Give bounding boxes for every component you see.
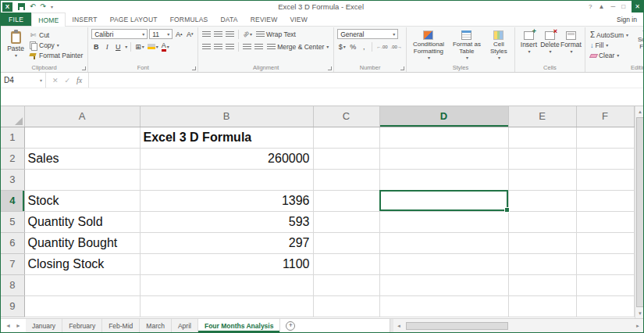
underline-button[interactable]: U (113, 41, 123, 52)
format-painter-button[interactable]: Format Painter (27, 51, 84, 60)
cell-B8[interactable] (140, 274, 313, 295)
sheet-tab-four-months-analysis[interactable]: Four Months Analysis (198, 319, 280, 332)
cell-E5[interactable] (508, 211, 576, 232)
sort-filter-button[interactable]: Sort & Filter ▾ (632, 29, 643, 56)
cell-D9[interactable] (379, 295, 508, 317)
font-dialog-launcher[interactable] (192, 66, 196, 70)
cell-B1[interactable]: Excel 3 D Formula (140, 127, 313, 148)
tab-insert[interactable]: INSERT (66, 13, 103, 26)
cell-F3[interactable] (576, 169, 634, 190)
new-sheet-button[interactable]: + (286, 321, 295, 331)
redo-icon[interactable]: ↷ (41, 3, 47, 10)
ribbon-options-button[interactable]: ▲ (599, 4, 605, 10)
cell-F2[interactable] (576, 148, 634, 169)
cell-E6[interactable] (508, 232, 576, 253)
cell-B3[interactable] (140, 169, 313, 190)
increase-decimal-button[interactable]: ←.00 (375, 41, 388, 52)
cell-styles-button[interactable]: Cell Styles ▾ (486, 29, 511, 60)
paste-button[interactable]: Paste ▾ (4, 29, 27, 58)
cell-A3[interactable] (24, 169, 140, 190)
sheet-tab-feb-mid[interactable]: Feb-Mid (102, 319, 140, 332)
fill-color-button[interactable]: ▾ (147, 41, 159, 52)
row-header-9[interactable]: 9 (1, 295, 24, 317)
vertical-scrollbar[interactable]: ▲ ▼ (635, 106, 644, 318)
tab-page-layout[interactable]: PAGE LAYOUT (104, 13, 164, 26)
cell-A9[interactable] (24, 295, 140, 317)
scroll-right-icon[interactable]: ► (632, 324, 643, 328)
cell-F8[interactable] (576, 274, 634, 295)
cell-D1[interactable] (379, 127, 508, 148)
format-cells-button[interactable]: Format ▾ (560, 29, 582, 54)
decrease-decimal-button[interactable]: .00→ (390, 41, 403, 52)
sheet-tab-april[interactable]: April (172, 319, 198, 332)
cell-E3[interactable] (508, 169, 576, 190)
accounting-format-button[interactable]: $▾ (337, 41, 347, 52)
clear-button[interactable]: Clear ▾ (589, 51, 630, 60)
cell-F7[interactable] (576, 253, 634, 274)
percent-style-button[interactable]: % (348, 41, 358, 52)
cell-D4[interactable] (379, 190, 508, 211)
align-right-button[interactable] (225, 41, 235, 52)
comma-style-button[interactable]: , (359, 41, 368, 52)
cell-D6[interactable] (379, 232, 508, 253)
enter-icon[interactable]: ✓ (65, 77, 71, 84)
tab-data[interactable]: DATA (214, 13, 244, 26)
cell-D2[interactable] (379, 148, 508, 169)
cell-B6[interactable]: 297 (140, 232, 313, 253)
wrap-text-button[interactable]: Wrap Text (254, 30, 297, 39)
decrease-font-size-button[interactable]: A▾ (185, 29, 194, 39)
undo-icon[interactable]: ↶ (30, 3, 36, 10)
next-sheet-icon[interactable]: ► (16, 323, 21, 328)
row-header-3[interactable]: 3 (1, 169, 24, 190)
orientation-button[interactable]: ab▾ (242, 29, 253, 39)
cell-A6[interactable]: Quantity Bought (24, 232, 140, 253)
cell-D7[interactable] (379, 253, 508, 274)
format-as-table-button[interactable]: Format as Table ▾ (450, 29, 483, 60)
cell-F1[interactable] (576, 127, 634, 148)
name-box[interactable]: D4 ▾ (1, 73, 46, 88)
cancel-icon[interactable]: ✕ (52, 77, 59, 84)
align-middle-button[interactable] (213, 29, 223, 39)
column-header-A[interactable]: A (24, 106, 140, 127)
cell-D8[interactable] (379, 274, 508, 295)
select-all-corner[interactable] (1, 106, 24, 127)
bold-button[interactable]: B (91, 41, 101, 52)
tab-formulas[interactable]: FORMULAS (164, 13, 215, 26)
fill-button[interactable]: ↓ Fill ▾ (589, 41, 630, 50)
font-size-select[interactable]: 11 ▾ (149, 29, 173, 39)
row-header-5[interactable]: 5 (1, 211, 24, 232)
insert-cells-button[interactable]: Insert ▾ (518, 29, 539, 54)
cell-F6[interactable] (576, 232, 634, 253)
delete-cells-button[interactable]: Delete ▾ (539, 29, 560, 54)
cell-C3[interactable] (313, 169, 379, 190)
cut-button[interactable]: ✄ Cut (27, 30, 84, 40)
cell-E2[interactable] (508, 148, 576, 169)
cell-C1[interactable] (313, 127, 379, 148)
row-header-2[interactable]: 2 (1, 148, 24, 169)
merge-center-button[interactable]: Merge & Center ▾ (265, 42, 330, 52)
conditional-formatting-button[interactable]: Conditional Formatting ▾ (410, 29, 447, 60)
cell-C5[interactable] (313, 211, 379, 232)
cell-A4[interactable]: Stock (24, 190, 140, 211)
column-header-D[interactable]: D (379, 106, 508, 127)
cell-C2[interactable] (313, 148, 379, 169)
close-button[interactable]: ✕ (632, 1, 643, 13)
sheet-tab-february[interactable]: February (62, 319, 102, 332)
font-color-button[interactable]: A▾ (161, 41, 170, 52)
number-format-select[interactable]: General ▾ (337, 29, 398, 39)
cell-B9[interactable] (140, 295, 313, 317)
font-name-select[interactable]: Calibri ▾ (91, 29, 148, 39)
scroll-left-icon[interactable]: ◄ (393, 324, 404, 328)
row-header-1[interactable]: 1 (1, 127, 24, 148)
tab-view[interactable]: VIEW (283, 13, 314, 26)
horizontal-scrollbar-thumb[interactable] (406, 322, 508, 330)
cell-C6[interactable] (313, 232, 379, 253)
column-header-C[interactable]: C (313, 106, 379, 127)
align-top-button[interactable] (201, 29, 212, 39)
cell-A8[interactable] (24, 274, 140, 295)
cell-A7[interactable]: Closing Stock (24, 253, 140, 274)
cell-C7[interactable] (313, 253, 379, 274)
alignment-dialog-launcher[interactable] (328, 66, 332, 70)
decrease-indent-button[interactable] (242, 41, 252, 52)
cell-B7[interactable]: 1100 (140, 253, 313, 274)
